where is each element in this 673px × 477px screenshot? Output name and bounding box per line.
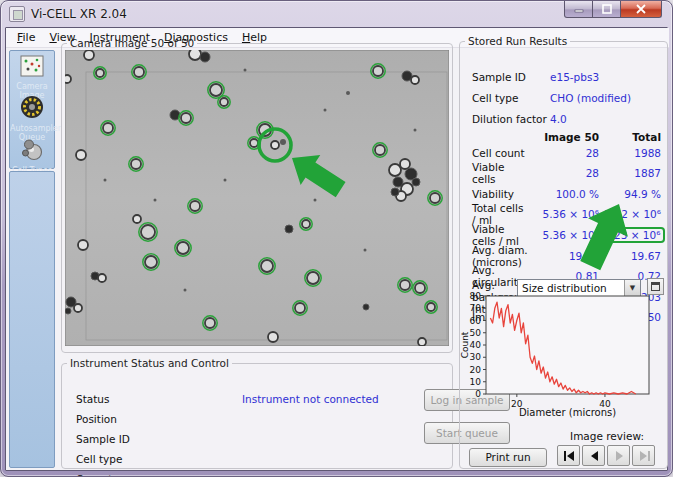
cell-viable (425, 301, 437, 313)
instrument-status-group-label: Instrument Status and Control (67, 357, 232, 369)
info-label: Cell type (472, 92, 550, 104)
cell-ring (189, 50, 201, 60)
y-tick-label: 30 (470, 352, 482, 362)
y-tick-label: 80 (470, 291, 482, 301)
window-title: Vi-CELL XR 2.04 (31, 7, 127, 21)
close-icon (636, 4, 646, 14)
minimize-button[interactable] (564, 1, 593, 18)
last-image-icon (636, 448, 652, 464)
cell-types-icon (20, 139, 44, 165)
cell-viable (398, 278, 412, 292)
cell-viable (188, 199, 202, 213)
cell-ring (74, 304, 82, 312)
cell-ring (400, 159, 410, 169)
previous-image-button[interactable] (582, 445, 605, 466)
results-info-row: Dilution factor4.0 (472, 113, 661, 125)
y-tick-label: 10 (470, 377, 482, 387)
cell-speck (154, 199, 157, 202)
window-controls (564, 1, 662, 18)
info-value: 4.0 (550, 113, 567, 125)
instrument-status-group: Instrument Status and Control StatusInst… (61, 357, 453, 469)
column-header-image: Image 50 (529, 131, 599, 143)
result-image-value: 28 (529, 147, 599, 159)
close-button[interactable] (620, 1, 662, 18)
info-value: e15-pbs3 (550, 71, 599, 83)
result-image-value: 5.36 × 10⁶ (529, 208, 599, 220)
y-tick-label: 50 (470, 328, 482, 338)
cell-viable (428, 191, 442, 205)
cell-speck (184, 289, 187, 292)
cell-dark (412, 178, 420, 186)
title-bar[interactable]: Vi-CELL XR 2.04 (1, 1, 672, 27)
cell-viable (259, 258, 275, 274)
results-info-row: Cell typeCHO (modified) (472, 92, 661, 104)
result-total-value: 7.62 × 10⁶ (599, 208, 661, 220)
cell-viable (94, 67, 106, 79)
result-total-value: 1988 (599, 147, 661, 159)
sidebar: Camera Image Autosampler Queue Cell Type… (9, 50, 55, 169)
instrument-field-label: Cell type (76, 453, 122, 465)
cell-viable (139, 223, 157, 241)
cell-ring (271, 141, 279, 149)
result-image-value: 19.50 (529, 250, 599, 262)
instrument-field-label: Sample ID (76, 433, 130, 445)
cell-speck (346, 91, 350, 95)
cell-viable (129, 157, 143, 171)
cell-viable (371, 64, 385, 78)
results-row: Viable cells / ml5.36 × 10⁶7.23 × 10⁶ (472, 227, 661, 242)
camera-image-group: Camera Image 50 of 50 (61, 37, 453, 353)
instrument-field-label: Operator (76, 473, 123, 477)
size-distribution-chart: 010203040506070802040CountDiameter (micr… (459, 291, 664, 419)
maximize-button[interactable] (593, 1, 620, 18)
cell-viable (143, 254, 159, 270)
cell-viable (300, 218, 312, 230)
info-label: Dilution factor (472, 113, 550, 125)
cell-speck (104, 179, 107, 182)
camera-image-group-label: Camera Image 50 of 50 (67, 37, 197, 49)
cell-viable (413, 281, 427, 295)
sidebar-lower-panel (9, 171, 55, 468)
cell-speck (414, 129, 417, 132)
cell-ring (133, 215, 141, 223)
menu-item-file[interactable]: File (10, 29, 42, 46)
result-total-value: 7.23 × 10⁶ (599, 227, 661, 243)
app-icon (9, 6, 25, 22)
results-row: Viable cells281887 (472, 166, 661, 181)
cell-ring (418, 338, 426, 346)
results-info-row: Sample IDe15-pbs3 (472, 71, 661, 83)
sidebar-item-cell-types[interactable]: Cell Types (10, 139, 54, 175)
result-image-value: 100.0 % (529, 188, 599, 200)
cell-viable (293, 301, 307, 315)
results-column-headers: Image 50 Total (472, 131, 661, 143)
minimize-icon (574, 5, 584, 14)
cell-viable (179, 111, 193, 125)
result-image-value: 5.36 × 10⁶ (529, 229, 599, 241)
camera-image-icon (20, 55, 44, 81)
sidebar-item-camera-image[interactable]: Camera Image (10, 55, 54, 100)
result-total-value: 94.9 % (599, 188, 661, 200)
y-axis-label: Count (460, 331, 470, 358)
cell-viable (373, 143, 387, 157)
next-image-button[interactable] (607, 445, 630, 466)
cell-viable (132, 65, 146, 79)
cell-speck (244, 69, 247, 72)
autosampler-queue-icon (20, 95, 44, 123)
highlighted-value: 7.23 × 10⁶ (599, 227, 665, 243)
cell-ring (411, 76, 419, 84)
first-image-icon (561, 448, 577, 464)
sidebar-item-autosampler-queue[interactable]: Autosampler Queue (10, 95, 54, 142)
results-row: Total cells / ml5.36 × 10⁶7.62 × 10⁶ (472, 207, 661, 222)
x-axis-label: Diameter (microns) (519, 407, 616, 418)
cell-ring (78, 240, 88, 250)
first-image-button[interactable] (557, 445, 580, 466)
results-row: Cell count281988 (472, 145, 661, 160)
instrument-field-label: Position (76, 413, 117, 425)
y-tick-label: 40 (470, 340, 482, 350)
result-label: Cell count (472, 147, 529, 159)
last-image-button[interactable] (632, 445, 655, 466)
result-total-value: 19.67 (599, 250, 661, 262)
info-value: CHO (modified) (550, 92, 631, 104)
camera-image[interactable] (65, 50, 449, 346)
print-run-button[interactable]: Print run (469, 448, 547, 467)
image-review-label: Image review: (557, 430, 657, 442)
